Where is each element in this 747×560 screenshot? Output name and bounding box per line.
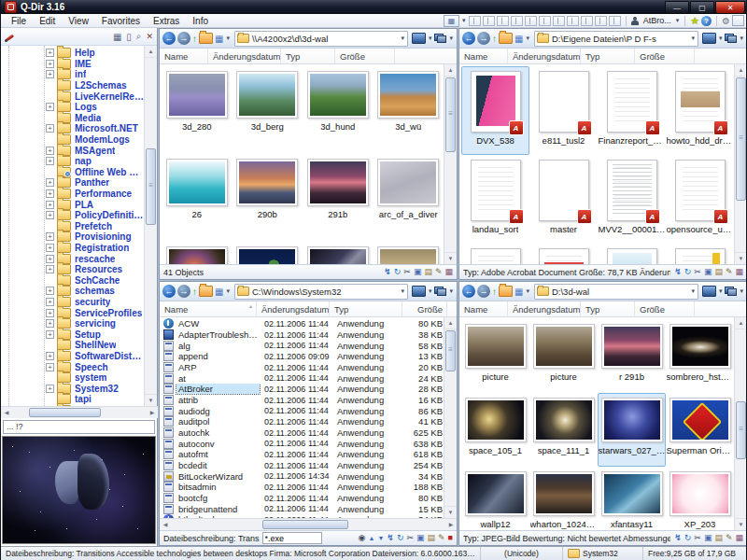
tree-item[interactable]: Offline Web Pages <box>1 167 144 178</box>
network-caret[interactable]: ▾ <box>739 35 744 42</box>
file-item[interactable]: xfantasy11 <box>598 467 666 530</box>
cut-icon[interactable]: ✂ <box>694 534 701 542</box>
network-icon[interactable] <box>434 34 446 43</box>
new-folder-button[interactable] <box>499 33 513 44</box>
column-header-type[interactable]: Typ <box>281 49 335 63</box>
file-item[interactable]: sombrero_hst_big <box>666 319 734 393</box>
tree-layout-icon[interactable]: ▦ <box>113 32 121 42</box>
refresh-icon[interactable]: ↻ <box>684 534 692 542</box>
expand-plus-icon[interactable]: + <box>46 70 54 78</box>
expand-plus-icon[interactable]: + <box>46 244 54 252</box>
file-item[interactable]: Aopensource_und_li... <box>666 155 734 244</box>
expand-plus-icon[interactable]: + <box>46 157 54 165</box>
column-header-date[interactable]: Änderungsdatum <box>208 49 281 63</box>
cut-icon[interactable]: ✂ <box>406 534 414 542</box>
flash-icon[interactable]: ↯ <box>384 268 391 276</box>
copy-icon[interactable]: ▣ <box>704 534 712 542</box>
back-button[interactable]: ← <box>162 285 176 298</box>
table-row[interactable]: attrib02.11.2006 11:44Anwendung16 KB <box>160 395 444 406</box>
file-item[interactable]: 3d_280 <box>162 66 233 154</box>
column-header-size[interactable]: Größe <box>335 49 395 63</box>
file-item[interactable]: r 291b <box>598 319 666 393</box>
pane-layout-button[interactable] <box>567 16 579 26</box>
network-icon[interactable] <box>725 287 737 296</box>
flash-icon[interactable]: ↯ <box>674 268 682 276</box>
column-header-date[interactable]: Änderungsdatum <box>508 301 581 316</box>
address-caret[interactable]: ▾ <box>690 287 696 295</box>
address-bar[interactable]: C:\Windows\System32▾ <box>234 284 408 300</box>
tree-item[interactable]: +Setup <box>1 329 144 340</box>
table-row[interactable]: at02.11.2006 11:44Anwendung24 KB <box>160 372 444 384</box>
vertical-scrollbar[interactable]: ▲ ▼ <box>734 64 747 264</box>
file-item[interactable]: space_105_1 <box>461 393 529 467</box>
file-item[interactable]: starwars_027_1024 <box>598 393 666 467</box>
file-item[interactable]: 3d_hund <box>303 66 374 154</box>
file-item[interactable]: AFinanzreport_Nr[1... <box>598 66 666 155</box>
profile-dropdown[interactable]: AtBro... <box>643 16 671 25</box>
tree-item[interactable]: +PolicyDefinitions <box>1 210 144 221</box>
menu-file[interactable]: File <box>5 16 33 26</box>
refresh-icon[interactable]: ↻ <box>684 268 692 276</box>
cut-icon[interactable]: ✂ <box>694 268 701 276</box>
scroll-up-icon[interactable]: ▲ <box>735 317 747 329</box>
views-button[interactable]: ▦ <box>215 287 223 297</box>
table-row[interactable]: BitLockerWizard02.11.2006 14:34Anwendung… <box>160 470 444 482</box>
file-item[interactable]: A <box>666 244 734 264</box>
column-header-name[interactable]: Name <box>459 301 508 316</box>
pane-layout-caret[interactable]: ▾ <box>461 17 467 24</box>
scroll-thumb[interactable] <box>736 77 746 201</box>
edit-icon[interactable]: ✎ <box>726 268 733 276</box>
tree-item[interactable]: +Performance <box>1 189 144 200</box>
copy-icon[interactable]: ▣ <box>416 534 425 542</box>
tree-item[interactable]: LiveKernelReports <box>1 91 144 102</box>
scroll-thumb[interactable] <box>736 401 746 459</box>
pane-layout-button[interactable] <box>483 16 495 26</box>
flash-icon[interactable]: ↯ <box>674 534 682 542</box>
tree-item[interactable]: +MSAgent <box>1 145 144 156</box>
column-header-size[interactable]: Größe <box>635 49 695 63</box>
profile-caret[interactable]: ▾ <box>675 17 681 24</box>
scroll-left-icon[interactable]: ◀ <box>1 407 12 418</box>
tree-item[interactable]: system <box>1 372 144 384</box>
table-row[interactable]: auditpol02.11.2006 11:44Anwendung41 KB <box>160 416 444 427</box>
address-caret[interactable]: ▾ <box>690 35 696 42</box>
network-icon[interactable] <box>434 287 446 296</box>
computer-icon[interactable] <box>702 286 716 297</box>
views-button[interactable]: ▦ <box>514 287 523 297</box>
file-item[interactable]: XP_203 <box>666 467 734 530</box>
tree-item[interactable]: +Logs <box>1 102 144 113</box>
menu-view[interactable]: View <box>62 16 95 26</box>
file-item[interactable]: Amaster <box>529 155 598 244</box>
table-row[interactable]: bootcfg02.11.2006 11:44Anwendung80 KB <box>160 493 444 504</box>
file-item[interactable]: picture <box>529 319 598 393</box>
tree-item[interactable]: +IME <box>1 59 144 70</box>
address-bar[interactable]: D:\3d-wal▾ <box>534 284 698 300</box>
tree-vertical-scrollbar[interactable]: ▲ ▼ <box>144 46 157 406</box>
column-header-size[interactable]: Größe <box>402 301 447 316</box>
pin-icon[interactable] <box>5 32 15 42</box>
scroll-right-icon[interactable]: ▶ <box>445 519 457 530</box>
tree-item[interactable]: SchCache <box>1 274 144 286</box>
column-header-type[interactable]: Typ <box>581 301 635 316</box>
file-item[interactable]: A <box>598 244 666 264</box>
table-row[interactable]: alg02.11.2006 11:44Anwendung58 KB <box>160 340 444 351</box>
grid-icon[interactable]: ▦ <box>444 268 453 276</box>
edit-icon[interactable]: ✎ <box>435 268 443 276</box>
scroll-thumb[interactable] <box>262 520 348 529</box>
tree-search-icon[interactable]: ⌕ <box>136 31 142 42</box>
scroll-thumb[interactable] <box>146 148 156 225</box>
tree-item[interactable]: ModemLogs <box>1 134 144 146</box>
expand-plus-icon[interactable]: + <box>46 352 54 360</box>
tree-item[interactable]: L2Schemas <box>1 80 144 91</box>
up-button[interactable]: ↑ <box>192 34 197 44</box>
copy-icon[interactable]: ▣ <box>414 268 422 276</box>
pane-layout-button[interactable] <box>581 16 593 26</box>
table-row[interactable]: autoconv02.11.2006 11:44Anwendung638 KB <box>160 438 444 449</box>
horizontal-scrollbar[interactable]: ◀ ▶ <box>160 518 457 530</box>
scroll-right-icon[interactable]: ▶ <box>147 407 158 418</box>
computer-icon[interactable] <box>412 286 426 297</box>
column-header-type[interactable]: Typ <box>330 301 402 316</box>
table-row[interactable]: audiodg02.11.2006 11:44Anwendung86 KB <box>160 405 444 416</box>
column-header-name[interactable]: Name <box>459 49 508 63</box>
refresh-icon[interactable]: ↻ <box>397 534 404 542</box>
